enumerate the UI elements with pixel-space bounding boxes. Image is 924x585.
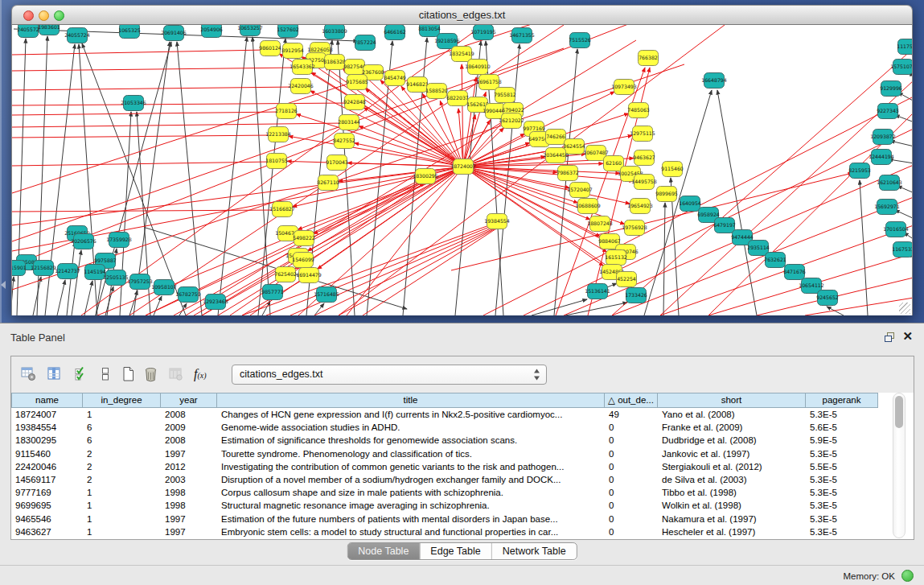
graph-node[interactable]: 12444194 (869, 150, 894, 165)
graph-node[interactable]: 9463627 (633, 150, 655, 166)
graph-node[interactable]: 6479197 (713, 218, 736, 233)
cell-title[interactable]: Estimation of significance thresholds fo… (217, 434, 605, 447)
graph-node[interactable]: 20691406 (161, 26, 187, 41)
graph-node[interactable]: 7955812 (494, 88, 516, 103)
show-columns-icon[interactable] (47, 366, 62, 385)
graph-node[interactable]: 10958107 (151, 280, 177, 295)
cell-out_degree[interactable]: 0 (605, 473, 658, 486)
cell-name[interactable]: 22420046 (11, 460, 83, 473)
graph-node[interactable]: 10719195 (470, 25, 496, 40)
graph-node[interactable]: 766382 (639, 51, 659, 66)
cell-short[interactable]: Nakamura et al. (1997) (658, 513, 806, 525)
graph-node[interactable]: 1733426 (625, 288, 647, 303)
graph-node[interactable]: 18640910 (465, 60, 491, 75)
graph-node[interactable]: 1527602 (277, 25, 299, 38)
cell-title[interactable]: Corpus callosum shape and size in male p… (217, 486, 605, 499)
cell-short[interactable]: Dudbridge et al. (2008) (658, 434, 806, 447)
graph-node[interactable]: 15136141 (585, 284, 610, 299)
graph-node[interactable]: 7625402 (274, 267, 297, 282)
graph-node[interactable]: 20364456 (543, 148, 569, 163)
graph-node[interactable]: 12505135 (103, 270, 129, 286)
tab-network-table[interactable]: Network Table (492, 543, 577, 559)
select-all-columns-icon[interactable] (74, 366, 88, 385)
cell-short[interactable]: Wolkin et al. (1998) (658, 499, 806, 512)
graph-node[interactable]: 15166827 (269, 202, 295, 217)
cell-in_degree[interactable]: 6 (83, 421, 161, 434)
cell-out_degree[interactable]: 0 (605, 421, 658, 434)
table-row[interactable]: 969969511998Structural magnetic resonanc… (11, 499, 888, 512)
cell-year[interactable]: 1998 (161, 486, 217, 499)
cell-out_degree[interactable]: 0 (605, 486, 658, 499)
graph-node[interactable]: 6822037 (446, 91, 469, 106)
cell-name[interactable]: 9777169 (11, 486, 83, 499)
cell-name[interactable]: 18300295 (11, 434, 83, 447)
cell-in_degree[interactable]: 1 (83, 513, 161, 525)
cell-pagerank[interactable]: 5.9E-5 (806, 434, 878, 447)
graph-node[interactable]: 17359928 (106, 233, 132, 248)
cell-year[interactable]: 1997 (161, 525, 217, 538)
table-row[interactable]: 2242004622012Investigating the contribut… (11, 460, 888, 473)
graph-node[interactable]: 10688609 (575, 199, 601, 214)
panel-collapse-arrow-icon[interactable] (1, 281, 6, 289)
column-header-in_degree[interactable]: in_degree (83, 393, 161, 408)
graph-node[interactable]: 21053346 (121, 96, 146, 111)
graph-node[interactable]: 7986372 (556, 166, 579, 181)
delete-column-icon[interactable] (142, 366, 159, 386)
cell-out_degree[interactable]: 0 (605, 460, 658, 473)
graph-node[interactable]: 17957253 (127, 274, 153, 290)
cell-name[interactable]: 14569117 (11, 473, 83, 486)
cell-pagerank[interactable]: 5.3E-5 (806, 408, 878, 421)
graph-node[interactable]: 10653257 (237, 25, 263, 36)
graph-node[interactable]: 16782759 (175, 287, 201, 303)
cell-in_degree[interactable]: 2 (83, 447, 161, 460)
graph-node[interactable]: 20206576 (71, 234, 97, 249)
graph-node[interactable]: 12142737 (55, 264, 80, 279)
graph-node[interactable]: 1546099 (292, 253, 314, 268)
close-panel-icon[interactable]: ✕ (902, 329, 913, 344)
cell-title[interactable]: Changes of HCN gene expression and I(f) … (217, 408, 605, 421)
cell-out_degree[interactable]: 0 (605, 434, 658, 447)
cell-year[interactable]: 2008 (161, 408, 217, 421)
graph-node[interactable]: 16033809 (322, 25, 347, 39)
graph-node[interactable]: 8215953 (848, 163, 871, 179)
column-header-year[interactable]: year (161, 393, 217, 408)
table-row[interactable]: 1830029562008Estimation of significance … (11, 434, 888, 447)
graph-node[interactable]: 16914479 (296, 268, 322, 283)
cell-title[interactable]: Tourette syndrome. Phenomenology and cla… (217, 447, 605, 460)
graph-node[interactable]: 746266 (546, 130, 566, 145)
cell-name[interactable]: 18724007 (11, 408, 83, 421)
cell-short[interactable]: de Silva et al. (2003) (658, 473, 806, 486)
window-resize-grip[interactable] (899, 303, 910, 314)
cell-pagerank[interactable]: 5.3E-5 (806, 473, 878, 486)
table-row[interactable]: 946554611997Estimation of the future num… (11, 513, 888, 525)
cell-name[interactable]: 9463627 (11, 525, 83, 538)
graph-node[interactable]: 24055724 (64, 28, 90, 43)
graph-node[interactable]: 15720407 (567, 183, 593, 198)
graph-node[interactable]: 7857224 (354, 35, 376, 51)
graph-node[interactable]: 9170043 (326, 155, 348, 171)
graph-node[interactable]: 19654923 (627, 199, 653, 214)
cell-pagerank[interactable]: 5.6E-5 (806, 421, 878, 434)
cell-title[interactable]: Investigating the contribution of common… (217, 460, 605, 473)
graph-node[interactable]: 12156829 (31, 261, 56, 276)
graph-node[interactable]: 8471676 (783, 265, 806, 280)
cell-short[interactable]: Stergiakouli et al. (2012) (658, 460, 806, 473)
graph-node[interactable]: 18300295 (413, 169, 438, 184)
cell-pagerank[interactable]: 5.5E-5 (806, 460, 878, 473)
cell-out_degree[interactable]: 0 (605, 499, 658, 512)
graph-node[interactable]: 15716485 (314, 287, 339, 303)
graph-node[interactable]: 12923468 (203, 295, 228, 310)
graph-node[interactable]: 8427552 (333, 134, 355, 149)
cell-in_degree[interactable]: 2 (83, 460, 161, 473)
graph-node[interactable]: 18807243 (587, 216, 613, 232)
window-titlebar[interactable]: citations_edges.txt (11, 5, 913, 25)
cell-year[interactable]: 2012 (161, 460, 217, 473)
graph-node[interactable]: 2718126 (275, 104, 298, 119)
graph-node[interactable]: 8267110 (317, 175, 339, 191)
function-builder-icon[interactable]: f(x) (194, 367, 207, 381)
cell-short[interactable]: Franke et al. (2009) (658, 421, 806, 434)
cell-pagerank[interactable]: 5.3E-5 (806, 525, 878, 538)
network-table-select[interactable]: citations_edges.txt (232, 365, 547, 385)
graph-node[interactable]: 3915901 (12, 261, 27, 276)
column-header-short[interactable]: short (658, 393, 806, 408)
